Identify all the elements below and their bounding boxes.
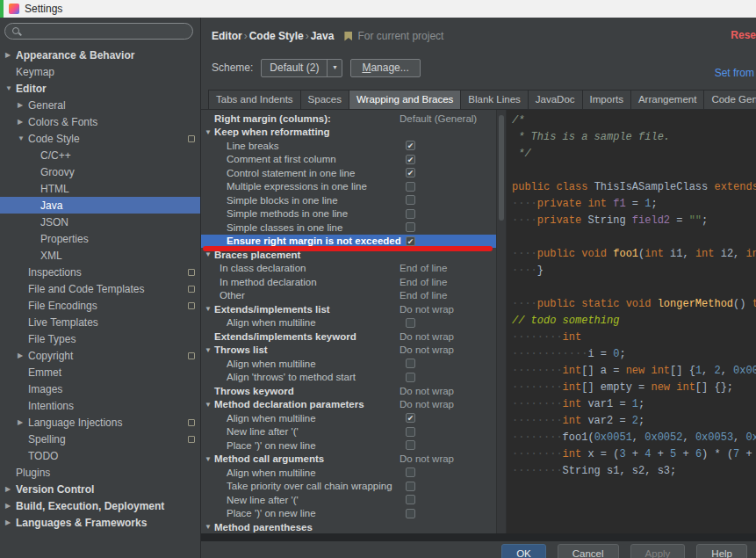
tab-javadoc[interactable]: JavaDoc	[528, 90, 583, 109]
checkbox[interactable]	[406, 467, 415, 477]
checkbox-checked[interactable]: ✔	[406, 155, 415, 164]
sidebar-item-file-and-code-templates[interactable]: File and Code Templates	[0, 280, 200, 297]
setting-value[interactable]: Do not wrap	[400, 453, 454, 464]
sidebar-item-version-control[interactable]: ▶Version Control	[0, 481, 200, 497]
chevron-down-icon[interactable]: ▼	[205, 250, 214, 258]
breadcrumb-segment[interactable]: Java	[311, 30, 335, 42]
tab-tabs-and-indents[interactable]: Tabs and Indents	[208, 90, 301, 109]
chevron-right-icon[interactable]: ▶	[5, 485, 16, 493]
sidebar-item-code-style[interactable]: ▼Code Style	[0, 130, 200, 147]
settings-row-new-line-after[interactable]: New line after '('	[201, 425, 496, 439]
chevron-right-icon[interactable]: ▶	[18, 351, 28, 359]
settings-row-keep-when-reformatting[interactable]: ▼Keep when reformatting	[201, 126, 496, 140]
settings-row-place-on-new-line[interactable]: Place ')' on new line	[201, 507, 496, 521]
tab-wrapping-and-braces[interactable]: Wrapping and Braces	[349, 90, 461, 109]
settings-row-method-declaration-parameters[interactable]: ▼Method declaration parametersDo not wra…	[201, 398, 496, 412]
sidebar-item-groovy[interactable]: Groovy	[0, 163, 200, 180]
chevron-down-icon[interactable]: ▼	[205, 455, 214, 463]
settings-row-simple-classes-in-one-line[interactable]: Simple classes in one line	[201, 221, 496, 235]
settings-row-align-when-multiline[interactable]: Align when multiline	[201, 357, 496, 371]
setting-value[interactable]: Do not wrap	[400, 304, 454, 315]
chevron-right-icon[interactable]: ▶	[5, 502, 16, 510]
breadcrumb-segment[interactable]: Editor	[212, 30, 242, 42]
ok-button[interactable]: OK	[501, 544, 546, 558]
sidebar-item-plugins[interactable]: Plugins	[0, 464, 200, 481]
sidebar-item-languages-frameworks[interactable]: ▶Languages & Frameworks	[0, 514, 200, 531]
chevron-down-icon[interactable]: ▼	[205, 401, 214, 409]
settings-row-throws-list[interactable]: ▼Throws listDo not wrap	[201, 344, 496, 358]
sidebar-item-general[interactable]: ▶General	[0, 97, 200, 113]
sidebar-item-images[interactable]: Images	[0, 380, 200, 397]
sidebar-item-language-injections[interactable]: ▶Language Injections	[0, 414, 200, 431]
tab-arrangement[interactable]: Arrangement	[630, 90, 704, 109]
setting-value[interactable]: Do not wrap	[400, 331, 454, 342]
settings-row-method-parentheses[interactable]: ▼Method parentheses	[201, 520, 496, 533]
checkbox[interactable]	[406, 318, 415, 328]
settings-row-simple-methods-in-one-line[interactable]: Simple methods in one line	[201, 207, 496, 221]
sidebar-item-build-execution-deployment[interactable]: ▶Build, Execution, Deployment	[0, 497, 200, 514]
checkbox-checked[interactable]: ✔	[406, 168, 415, 178]
settings-row-control-statement-in-one-line[interactable]: Control statement in one line✔	[201, 166, 496, 180]
sidebar-item-emmet[interactable]: Emmet	[0, 364, 200, 380]
chevron-right-icon[interactable]: ▶	[5, 518, 16, 526]
setting-value[interactable]: End of line	[400, 263, 447, 273]
checkbox[interactable]	[406, 427, 415, 437]
sidebar-item-file-encodings[interactable]: File Encodings	[0, 297, 200, 314]
sidebar-item-properties[interactable]: Properties	[0, 230, 200, 247]
settings-row-place-on-new-line[interactable]: Place ')' on new line	[201, 438, 496, 453]
reset-link[interactable]: Rese	[731, 29, 756, 41]
settings-row-extends-implements-keyword[interactable]: Extends/implements keywordDo not wrap	[201, 330, 496, 344]
tab-blank-lines[interactable]: Blank Lines	[460, 90, 528, 109]
setting-value[interactable]: Default (General)	[400, 113, 477, 124]
chevron-down-icon[interactable]: ▼	[205, 346, 214, 354]
checkbox-checked[interactable]: ✔	[406, 141, 415, 150]
sidebar-item-html[interactable]: HTML	[0, 180, 200, 197]
settings-row-other[interactable]: OtherEnd of line	[201, 289, 496, 303]
help-button[interactable]: Help	[696, 544, 747, 558]
checkbox[interactable]	[406, 222, 415, 232]
sidebar-item-colors-fonts[interactable]: ▶Colors & Fonts	[0, 113, 200, 130]
settings-row-new-line-after[interactable]: New line after '('	[201, 493, 496, 507]
chevron-down-icon[interactable]: ▼	[205, 523, 214, 531]
setting-value[interactable]: End of line	[400, 277, 447, 287]
sidebar-item-intentions[interactable]: Intentions	[0, 397, 200, 414]
settings-row-extends-implements-list[interactable]: ▼Extends/implements listDo not wrap	[201, 302, 496, 316]
code-preview[interactable]: /* * This is a sample file. */ public cl…	[507, 110, 756, 533]
checkbox[interactable]	[406, 182, 415, 192]
settings-row-right-margin-columns[interactable]: Right margin (columns):Default (General)	[201, 112, 496, 126]
settings-row-method-call-arguments[interactable]: ▼Method call argumentsDo not wrap	[201, 453, 496, 467]
scrollbar-thumb[interactable]	[499, 115, 504, 221]
sidebar-item-copyright[interactable]: ▶Copyright	[0, 347, 200, 364]
setting-value[interactable]: Do not wrap	[400, 344, 454, 355]
search-box[interactable]	[4, 23, 193, 40]
chevron-right-icon[interactable]: ▶	[5, 51, 16, 59]
setting-value[interactable]: End of line	[400, 290, 447, 301]
settings-row-in-class-declaration[interactable]: In class declarationEnd of line	[201, 262, 496, 276]
cancel-button[interactable]: Cancel	[558, 544, 619, 558]
settings-row-take-priority-over-call-chain-wrapping[interactable]: Take priority over call chain wrapping	[201, 480, 496, 494]
tab-spaces[interactable]: Spaces	[300, 90, 349, 109]
checkbox[interactable]	[406, 209, 415, 219]
vertical-scrollbar[interactable]	[496, 110, 507, 533]
settings-row-align-throws-to-method-start[interactable]: Align 'throws' to method start	[201, 371, 496, 385]
sidebar-item-inspections[interactable]: Inspections	[0, 264, 200, 280]
scheme-select[interactable]: Default (2) ▼	[261, 59, 342, 77]
settings-row-align-when-multiline[interactable]: Align when multiline✔	[201, 411, 496, 425]
checkbox-checked[interactable]: ✔	[406, 413, 415, 423]
setting-value[interactable]: Do not wrap	[400, 386, 454, 396]
settings-row-in-method-declaration[interactable]: In method declarationEnd of line	[201, 275, 496, 289]
sidebar-item-live-templates[interactable]: Live Templates	[0, 314, 200, 330]
chevron-right-icon[interactable]: ▶	[18, 118, 28, 126]
search-input[interactable]	[26, 25, 186, 38]
sidebar-item-spelling[interactable]: Spelling	[0, 431, 200, 447]
checkbox[interactable]	[406, 482, 415, 491]
breadcrumb-segment[interactable]: Code Style	[249, 30, 304, 42]
settings-row-multiple-expressions-in-one-line[interactable]: Multiple expressions in one line	[201, 180, 496, 194]
settings-row-line-breaks[interactable]: Line breaks✔	[201, 139, 496, 153]
checkbox[interactable]	[406, 440, 415, 450]
checkbox[interactable]	[406, 509, 415, 518]
checkbox[interactable]	[406, 359, 415, 368]
checkbox[interactable]	[406, 373, 415, 382]
settings-row-throws-keyword[interactable]: Throws keywordDo not wrap	[201, 384, 496, 398]
chevron-down-icon[interactable]: ▼	[18, 134, 28, 142]
